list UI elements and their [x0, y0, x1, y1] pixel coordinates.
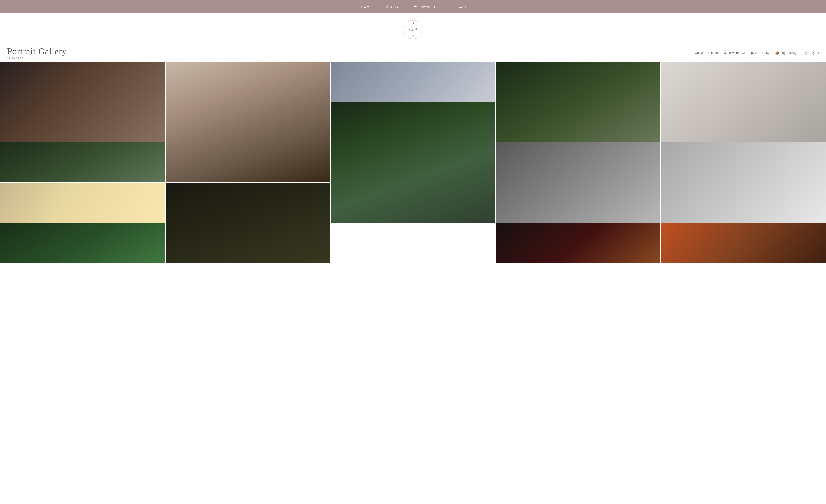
photo-curly-woman[interactable]	[0, 142, 165, 182]
play-icon: ▶	[752, 51, 754, 55]
nav-favorites-label: FAVORITES	[419, 5, 439, 8]
download-icon: ⬇	[724, 51, 727, 55]
logo-text: CGP	[409, 27, 417, 32]
photo-man-tree[interactable]	[0, 183, 165, 223]
logo-area: CGP	[0, 13, 826, 44]
photo-woman-plants[interactable]	[331, 102, 495, 223]
photo-woman-portrait[interactable]	[661, 62, 826, 142]
info-icon: ⓘ	[386, 4, 390, 9]
cart2-icon: 🛒	[804, 51, 808, 55]
cart-icon: 🛒	[453, 5, 458, 8]
photo-woman-forest[interactable]	[496, 62, 660, 142]
compare-icon: ⊞	[691, 51, 694, 55]
gallery-actions: ⊞ Compare Photos ⬇ Download All ▶ Slides…	[691, 51, 819, 55]
logo: CGP	[404, 20, 422, 39]
photo-woman-water-bw[interactable]	[496, 142, 660, 223]
package-label: Buy Package	[780, 51, 798, 55]
gallery-section	[0, 61, 826, 264]
photo-fire-scene[interactable]	[496, 223, 660, 263]
nav-info-label: INFO	[391, 5, 400, 8]
buyall-label: Buy All	[810, 51, 819, 55]
nav-home-label: HOME	[361, 5, 372, 8]
main-nav: ⌂ HOME ⓘ INFO ★ FAVORITES 🛒 CART	[0, 0, 826, 13]
photo-count: 22 PHOTOS	[7, 57, 67, 60]
nav-cart-label: CART	[459, 5, 468, 8]
gallery-title-area: Portrait Gallery 22 PHOTOS	[7, 46, 67, 60]
package-icon: 📦	[775, 51, 779, 55]
photo-woman-bun[interactable]	[166, 62, 330, 182]
nav-cart[interactable]: 🛒 CART	[453, 5, 469, 8]
photo-greenhouse-bw[interactable]	[661, 142, 826, 223]
nav-info[interactable]: ⓘ INFO	[386, 4, 400, 9]
slideshow-button[interactable]: ▶ Slideshow	[752, 51, 769, 55]
gallery-title: Portrait Gallery	[7, 46, 67, 56]
download-label: Download All	[728, 51, 746, 55]
photo-colorful-scene[interactable]	[661, 223, 826, 263]
photo-leaf[interactable]	[0, 223, 165, 263]
slideshow-label: Slideshow	[755, 51, 769, 55]
compare-label: Compare Photos	[695, 51, 718, 55]
home-icon: ⌂	[357, 5, 360, 8]
download-all-button[interactable]: ⬇ Download All	[724, 51, 746, 55]
nav-favorites[interactable]: ★ FAVORITES	[414, 5, 439, 8]
photo-mosaic	[0, 61, 826, 264]
buy-package-button[interactable]: 📦 Buy Package	[775, 51, 799, 55]
nav-home[interactable]: ⌂ HOME	[357, 5, 372, 8]
star-icon: ★	[414, 5, 417, 8]
photo-woman-stairs[interactable]	[331, 62, 495, 102]
gallery-header: Portrait Gallery 22 PHOTOS ⊞ Compare Pho…	[0, 44, 826, 61]
photo-woman-flower-head[interactable]	[166, 183, 330, 263]
compare-photos-button[interactable]: ⊞ Compare Photos	[691, 51, 718, 55]
buy-all-button[interactable]: 🛒 Buy All	[804, 51, 819, 55]
photo-woman-bridge[interactable]	[0, 62, 165, 142]
